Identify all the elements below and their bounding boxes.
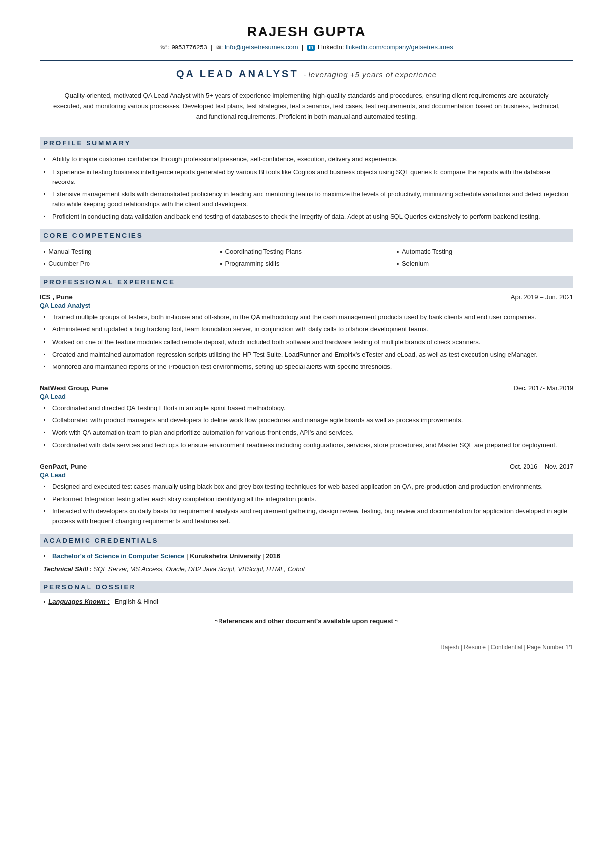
list-item: Designed and executed test cases manuall…: [44, 482, 573, 492]
job-role-1: QA Lead Analyst: [40, 302, 573, 309]
list-item: Monitored and maintained reports of the …: [44, 362, 573, 372]
candidate-name: RAJESH GUPTA: [40, 24, 573, 40]
date-range-2: Dec. 2017- Mar.2019: [514, 384, 573, 392]
list-item: Coordinated and directed QA Testing Effo…: [44, 403, 573, 413]
academic-credentials-section: ACADEMIC CREDENTIALS Bachelor's of Scien…: [40, 534, 573, 573]
job-header-2: NatWest Group, Pune Dec. 2017- Mar.2019: [40, 384, 573, 392]
job-entry-2: NatWest Group, Pune Dec. 2017- Mar.2019 …: [40, 384, 573, 451]
technical-skill: Technical Skill : SQL Server, MS Access,…: [40, 565, 573, 573]
top-divider: [40, 60, 573, 61]
list-item: Ability to inspire customer confidence t…: [44, 154, 573, 164]
linkedin-url[interactable]: linkedin.com/company/getsetresumes: [346, 44, 453, 51]
phone-icon: ☏:: [160, 44, 170, 51]
phone-number: 9953776253: [172, 44, 207, 51]
competency-item: Manual Testing: [44, 247, 220, 257]
languages-item: Languages Known : English & Hindi: [40, 598, 573, 605]
personal-dossier-title: PERSONAL DOSSIER: [44, 583, 136, 591]
list-item: Worked on one of the feature modules cal…: [44, 337, 573, 347]
list-item: Work with QA automation team to plan and…: [44, 428, 573, 438]
job-header-1: ICS , Pune Apr. 2019 – Jun. 2021: [40, 293, 573, 301]
header-contact: ☏: 9953776253 | ✉: info@getsetresumes.co…: [40, 44, 573, 51]
list-item: Created and maintained automation regres…: [44, 350, 573, 360]
academic-degree-item: Bachelor's of Science in Computer Scienc…: [44, 551, 573, 561]
profile-summary-title-bar: PROFILE SUMMARY: [40, 137, 573, 149]
profile-summary-list: Ability to inspire customer confidence t…: [40, 154, 573, 222]
competency-item: Selenium: [397, 259, 573, 269]
profile-summary-title: PROFILE SUMMARY: [44, 139, 131, 147]
date-range-1: Apr. 2019 – Jun. 2021: [511, 293, 573, 301]
profile-summary-section: PROFILE SUMMARY Ability to inspire custo…: [40, 137, 573, 222]
list-item: Interacted with developers on daily basi…: [44, 506, 573, 526]
page-footer: Rajesh | Resume | Confidential | Page Nu…: [40, 640, 573, 651]
job-bullets-3: Designed and executed test cases manuall…: [40, 482, 573, 527]
competencies-grid: Manual Testing Coordinating Testing Plan…: [40, 247, 573, 268]
personal-dossier-title-bar: PERSONAL DOSSIER: [40, 581, 573, 593]
job-header-3: GenPact, Pune Oct. 2016 – Nov. 2017: [40, 463, 573, 470]
job-bullets-2: Coordinated and directed QA Testing Effo…: [40, 403, 573, 451]
job-bullets-1: Trained multiple groups of testers, both…: [40, 312, 573, 372]
list-item: Extensive management skills with demonst…: [44, 189, 573, 209]
competency-item: Programming skills: [220, 259, 396, 269]
list-item: Proficient in conducting data validation…: [44, 212, 573, 222]
page-info: Rajesh | Resume | Confidential | Page Nu…: [440, 644, 573, 651]
summary-text: Quality-oriented, motivated QA Lead Anal…: [53, 92, 560, 120]
summary-box: Quality-oriented, motivated QA Lead Anal…: [40, 85, 573, 128]
academic-credentials-title-bar: ACADEMIC CREDENTIALS: [40, 534, 573, 547]
job-role-3: QA Lead: [40, 471, 573, 479]
languages-value: English & Hindi: [115, 598, 158, 605]
company-name-1: ICS , Pune: [40, 293, 73, 301]
linkedin-label: LinkedIn:: [318, 44, 344, 51]
job-entry-3: GenPact, Pune Oct. 2016 – Nov. 2017 QA L…: [40, 463, 573, 527]
header: RAJESH GUPTA ☏: 9953776253 | ✉: info@get…: [40, 24, 573, 61]
list-item: Administered and updated a bug tracking …: [44, 324, 573, 334]
list-item: Experience in testing business intellige…: [44, 167, 573, 187]
date-range-3: Oct. 2016 – Nov. 2017: [510, 463, 573, 470]
core-competencies-title: CORE COMPETENCIES: [44, 232, 143, 239]
tech-skill-label: Technical Skill :: [44, 565, 92, 573]
linkedin-icon: in: [307, 45, 315, 51]
professional-experience-title-bar: PROFESSIONAL EXPERIENCE: [40, 276, 573, 288]
company-name-3: GenPact, Pune: [40, 463, 87, 470]
email-link[interactable]: info@getsetresumes.com: [225, 44, 298, 51]
professional-experience-section: PROFESSIONAL EXPERIENCE ICS , Pune Apr. …: [40, 276, 573, 526]
job-role-2: QA Lead: [40, 393, 573, 400]
professional-experience-title: PROFESSIONAL EXPERIENCE: [44, 278, 175, 286]
academic-credentials-title: ACADEMIC CREDENTIALS: [44, 537, 159, 544]
job-title-subtitle: - leveraging +5 years of experience: [303, 70, 437, 79]
job-divider-1: [40, 378, 573, 378]
competency-item: Cucumber Pro: [44, 259, 220, 269]
academic-list: Bachelor's of Science in Computer Scienc…: [40, 551, 573, 561]
core-competencies-title-bar: CORE COMPETENCIES: [40, 229, 573, 242]
competency-item: Coordinating Testing Plans: [220, 247, 396, 257]
languages-known-label: Languages Known :: [48, 598, 110, 605]
list-item: Performed Integration testing after each…: [44, 494, 573, 504]
core-competencies-section: CORE COMPETENCIES Manual Testing Coordin…: [40, 229, 573, 268]
tech-skill-value: SQL Server, MS Access, Oracle, DB2 Java …: [93, 565, 304, 573]
job-title: QA LEAD ANALYST: [176, 68, 299, 79]
job-title-section: QA LEAD ANALYST - leveraging +5 years of…: [40, 68, 573, 80]
reference-footer: ~References and other document's availab…: [40, 617, 573, 625]
list-item: Collaborated with product managers and d…: [44, 415, 573, 425]
job-divider-2: [40, 457, 573, 457]
company-name-2: NatWest Group, Pune: [40, 384, 108, 392]
email-icon: ✉:: [216, 44, 223, 51]
competency-item: Automatic Testing: [397, 247, 573, 257]
academic-degree: Bachelor's of Science in Computer Scienc…: [52, 552, 280, 560]
job-entry-1: ICS , Pune Apr. 2019 – Jun. 2021 QA Lead…: [40, 293, 573, 372]
degree-link[interactable]: Bachelor's of Science in Computer Scienc…: [52, 552, 185, 560]
personal-dossier-section: PERSONAL DOSSIER Languages Known : Engli…: [40, 581, 573, 605]
list-item: Trained multiple groups of testers, both…: [44, 312, 573, 322]
reference-text: ~References and other document's availab…: [215, 617, 398, 625]
list-item: Coordinated with data services and tech …: [44, 440, 573, 450]
university: Kurukshetra University | 2016: [190, 552, 280, 560]
